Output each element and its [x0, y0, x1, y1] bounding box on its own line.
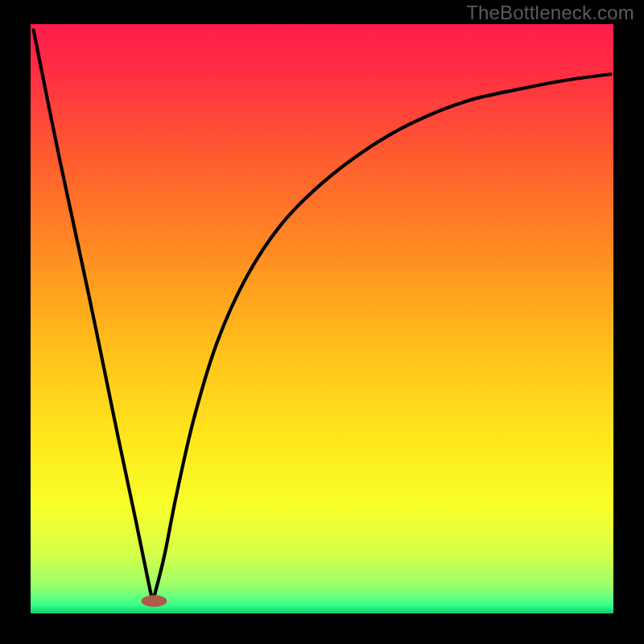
min-marker	[142, 595, 167, 607]
watermark-text: TheBottleneck.com	[466, 2, 634, 24]
chart-frame: TheBottleneck.com	[0, 0, 644, 644]
plot-area	[31, 24, 613, 613]
bottleneck-chart	[0, 0, 644, 644]
